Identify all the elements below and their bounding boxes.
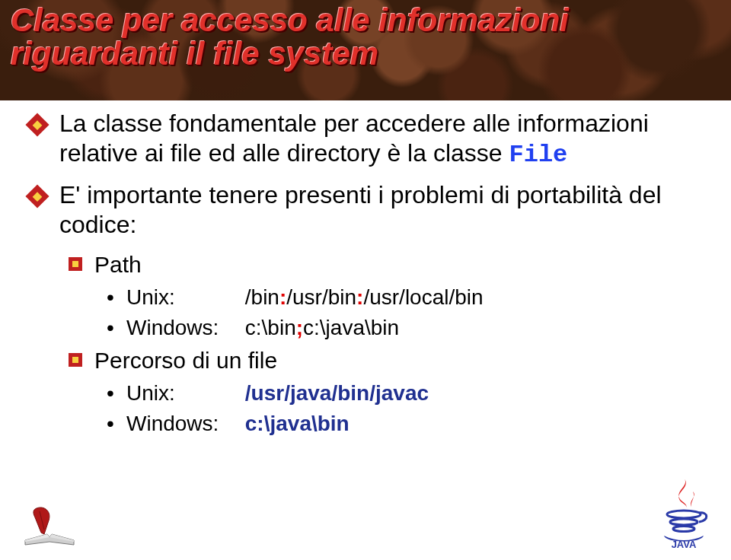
svg-point-1	[670, 519, 697, 525]
code-file: File	[509, 141, 568, 169]
bullet-text: Path	[94, 252, 142, 277]
square-bullet-icon	[69, 257, 84, 272]
diamond-bullet-icon	[29, 116, 46, 133]
bullet-text: E' importante tenere presenti i problemi…	[59, 181, 662, 238]
path-value: c:\bin;c:\java\bin	[245, 314, 399, 342]
bullet-level1-portability: E' importante tenere presenti i problemi…	[29, 180, 699, 240]
bullet-level2-path: Path	[29, 250, 699, 279]
path-value: /bin:/usr/bin:/usr/local/bin	[245, 284, 484, 311]
os-label: Windows:	[126, 314, 239, 342]
slide-title: Classe per accesso alle informazioni rig…	[11, 4, 720, 71]
book-icon	[21, 504, 78, 549]
bullet-level1-file-class: La classe fondamentale per accedere alle…	[29, 109, 699, 170]
bullet-level3-windows-filepath: Windows: c:\java\bin	[29, 410, 699, 438]
svg-point-0	[667, 511, 701, 518]
bullet-level3-windows-path: Windows: c:\bin;c:\java\bin	[29, 314, 699, 342]
square-bullet-icon	[69, 353, 84, 368]
title-line-2: riguardanti il file system	[11, 36, 378, 72]
svg-point-2	[673, 527, 694, 532]
bullet-level3-unix-path: Unix: /bin:/usr/bin:/usr/local/bin	[29, 284, 699, 311]
title-line-1: Classe per accesso alle informazioni	[11, 2, 569, 38]
bullet-text: Percorso di un file	[94, 348, 277, 373]
path-value: c:\java\bin	[245, 410, 350, 438]
path-value: /usr/java/bin/javac	[245, 380, 429, 407]
svg-text:JAVA: JAVA	[672, 539, 697, 549]
bullet-level2-filepath: Percorso di un file	[29, 346, 699, 375]
slide-content: La classe fondamentale per accedere alle…	[29, 109, 699, 441]
os-label: Unix:	[126, 380, 239, 407]
java-logo-icon: JAVA	[653, 473, 714, 549]
diamond-bullet-icon	[29, 188, 46, 205]
bullet-level3-unix-filepath: Unix: /usr/java/bin/javac	[29, 380, 699, 407]
slide: Classe per accesso alle informazioni rig…	[0, 0, 731, 560]
os-label: Unix:	[126, 284, 239, 311]
os-label: Windows:	[126, 410, 239, 438]
